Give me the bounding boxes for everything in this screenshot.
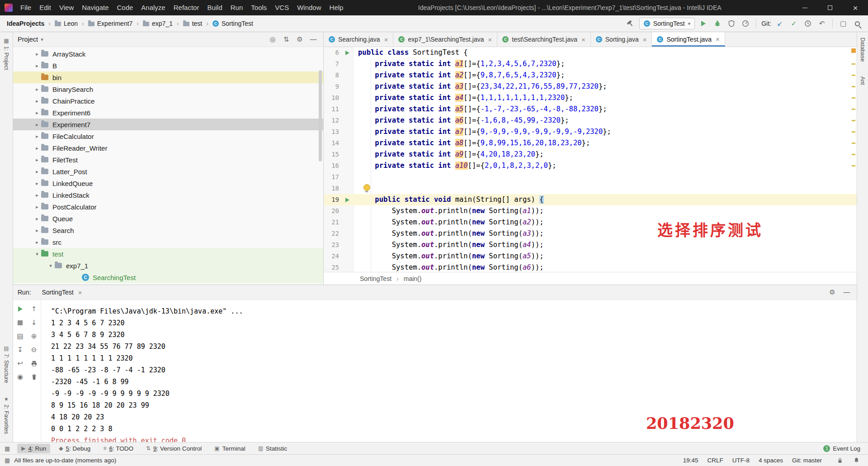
breadcrumb-item-leon[interactable]: Leon [53, 19, 79, 28]
build-hammer-icon[interactable] [625, 18, 636, 29]
tree-item-latter-post[interactable]: ▸Latter_Post [13, 166, 323, 177]
menu-window[interactable]: Window [293, 0, 325, 15]
code-line-13[interactable]: 13 private static int a7[]={9,-9,9,-9,9,… [324, 126, 857, 138]
code-line-11[interactable]: 11 private static int a5[]={-1,-7,-23,-6… [324, 104, 857, 115]
menu-file[interactable]: File [16, 0, 35, 15]
tree-item-bin[interactable]: bin [13, 71, 323, 83]
tree-item-b[interactable]: ▸B [13, 60, 323, 71]
project-scrollbar[interactable] [319, 70, 322, 162]
breadcrumb-item-ideaprojects[interactable]: IdeaProjects [5, 19, 46, 28]
close-icon[interactable]: × [384, 36, 388, 43]
code-line-7[interactable]: 7 private static int a1[]={1,2,3,4,5,6,7… [324, 58, 857, 70]
tree-chevron-icon[interactable]: ▸ [33, 204, 41, 210]
code-line-8[interactable]: 8 private static int a2[]={9,8,7,6,5,4,3… [324, 70, 857, 81]
project-view-selector[interactable]: Project ▾ [18, 36, 43, 43]
toolwindow-6-todo-button[interactable]: ≡6: TODO [99, 444, 137, 453]
git-update-icon[interactable]: ↙ [774, 18, 785, 29]
tree-item-search[interactable]: ▸Search [13, 224, 323, 236]
notifications-bell-icon[interactable] [851, 455, 862, 466]
code-line-15[interactable]: 15 private static int a9[]={4,20,18,23,2… [324, 149, 857, 160]
toolwindow-project-button[interactable]: ▦ 1: Project [3, 36, 9, 72]
coverage-button[interactable] [726, 18, 737, 29]
tree-chevron-icon[interactable]: ▸ [33, 110, 41, 116]
code-line-16[interactable]: 16 private static int a10[]={2,0,1,8,2,3… [324, 160, 857, 171]
toolwindow-9-version-control-button[interactable]: ⇅9: Version Control [142, 444, 206, 453]
tree-item-chainpractice[interactable]: ▸ChainPractice [13, 95, 323, 107]
code-line-23[interactable]: 23 System.out.println(new Sorting(a4)); [324, 239, 857, 251]
breadcrumb-item-experiment7[interactable]: Experiment7 [87, 19, 134, 28]
code-line-25[interactable]: 25 System.out.println(new Sorting(a6)); [324, 262, 857, 272]
rerun-button[interactable] [16, 304, 25, 314]
warning-stripe-mark[interactable] [852, 143, 855, 144]
toolwindow-database-button[interactable]: Database [859, 36, 866, 64]
status-utf-8[interactable]: UTF-8 [732, 457, 750, 464]
close-button[interactable]: × [843, 0, 868, 15]
tree-chevron-icon[interactable]: ▸ [33, 122, 41, 128]
menu-analyze[interactable]: Analyze [137, 0, 169, 15]
git-commit-icon[interactable]: ✓ [788, 18, 799, 29]
code-line-24[interactable]: 24 System.out.println(new Sorting(a5)); [324, 251, 857, 262]
tree-chevron-icon[interactable]: ▸ [33, 145, 41, 151]
window-layout-icon[interactable]: ▢ [838, 18, 849, 29]
restore-layout-icon[interactable]: ▤ [16, 332, 25, 341]
tree-item-linkedqueue[interactable]: ▸LinkedQueue [13, 177, 323, 189]
menu-run[interactable]: Run [226, 0, 247, 15]
toolwindow-statistic-button[interactable]: ▥Statistic [254, 444, 292, 453]
clear-console-icon[interactable] [29, 372, 38, 381]
toolwindow-terminal-button[interactable]: ▣Terminal [210, 444, 249, 453]
project-tree[interactable]: ▸ArrayStack▸Bbin▸BinarySearch▸ChainPract… [13, 47, 323, 283]
tree-chevron-icon[interactable]: ▸ [33, 86, 41, 92]
menu-tools[interactable]: Tools [247, 0, 271, 15]
tree-item-arraystack[interactable]: ▸ArrayStack [13, 48, 323, 60]
tree-item-exp7-1[interactable]: ▾exp7_1 [13, 260, 323, 271]
tree-item-postcalculator[interactable]: ▸PostCalculator [13, 201, 323, 213]
toolwindow-switcher-icon[interactable]: ▦ [5, 457, 10, 464]
warning-stripe-mark[interactable] [852, 165, 855, 166]
close-icon[interactable]: × [643, 36, 647, 43]
tree-item-queue[interactable]: ▸Queue [13, 213, 323, 224]
status-19-45[interactable]: 19:45 [683, 457, 698, 464]
toolwindow-5-debug-button[interactable]: ◆5: Debug [55, 444, 94, 453]
close-icon[interactable]: × [488, 36, 492, 43]
toolwindow-structure-button[interactable]: ▤ 7: Structure [3, 343, 9, 385]
maximize-button[interactable] [817, 0, 843, 15]
tab-sortingtest-java[interactable]: CSortingTest.java× [652, 32, 725, 47]
toolwindow-favorites-button[interactable]: ★ 2: Favorites [3, 394, 9, 436]
warning-stripe-mark[interactable] [852, 154, 855, 155]
tab-test-searchingtest-java[interactable]: Ctest\SearchingTest.java× [497, 32, 591, 47]
tree-item-binarysearch[interactable]: ▸BinarySearch [13, 83, 323, 95]
tree-item-filettest[interactable]: ▸FiletTest [13, 154, 323, 166]
pin-icon[interactable]: ◉ [16, 372, 25, 381]
tree-item-src[interactable]: ▸src [13, 236, 323, 248]
toolwindow-4-run-button[interactable]: ▶4: Run [17, 444, 50, 453]
menu-view[interactable]: View [55, 0, 78, 15]
search-everywhere-button[interactable] [852, 18, 863, 29]
tree-item-experiment7[interactable]: ▸Experiment7 [13, 119, 323, 130]
run-line-icon[interactable] [345, 198, 349, 202]
code-line-12[interactable]: 12 private static int a6[]={-1,6,8,-45,9… [324, 115, 857, 126]
history-icon[interactable] [802, 18, 813, 29]
menu-build[interactable]: Build [203, 0, 226, 15]
run-config-selector[interactable]: C SortingTest ▾ [639, 18, 695, 29]
tree-chevron-icon[interactable]: ▸ [33, 169, 41, 175]
tree-chevron-icon[interactable]: ▾ [47, 263, 55, 269]
code-line-17[interactable]: 17 [324, 171, 857, 183]
tree-chevron-icon[interactable]: ▸ [33, 98, 41, 104]
run-output[interactable]: "C:\Program Files\Java\jdk-13\bin\java.e… [41, 300, 857, 442]
profiler-button[interactable] [740, 18, 751, 29]
tree-item-filecalculator[interactable]: ▸FileCalculator [13, 130, 323, 142]
minimize-button[interactable] [792, 0, 817, 15]
menu-vcs[interactable]: VCS [271, 0, 293, 15]
gear-icon[interactable]: ⚙ [827, 287, 838, 298]
breadcrumb-item-sortingtest[interactable]: CSortingTest [211, 19, 255, 28]
code-line-20[interactable]: 20 System.out.println(new Sorting(a1)); [324, 205, 857, 217]
code-line-9[interactable]: 9 private static int a3[]={23,34,22,21,7… [324, 81, 857, 92]
breadcrumb-item-exp7-1[interactable]: exp7_1 [142, 19, 174, 28]
scroll-to-end-icon[interactable]: ↧ [16, 345, 25, 354]
warning-stripe-mark[interactable] [852, 63, 855, 65]
tree-chevron-icon[interactable]: ▸ [33, 181, 41, 186]
menu-refactor[interactable]: Refactor [170, 0, 203, 15]
warning-stripe-mark[interactable] [852, 109, 855, 110]
run-line-icon[interactable] [345, 51, 349, 55]
expand-all-icon[interactable]: ⊕ [29, 332, 38, 341]
